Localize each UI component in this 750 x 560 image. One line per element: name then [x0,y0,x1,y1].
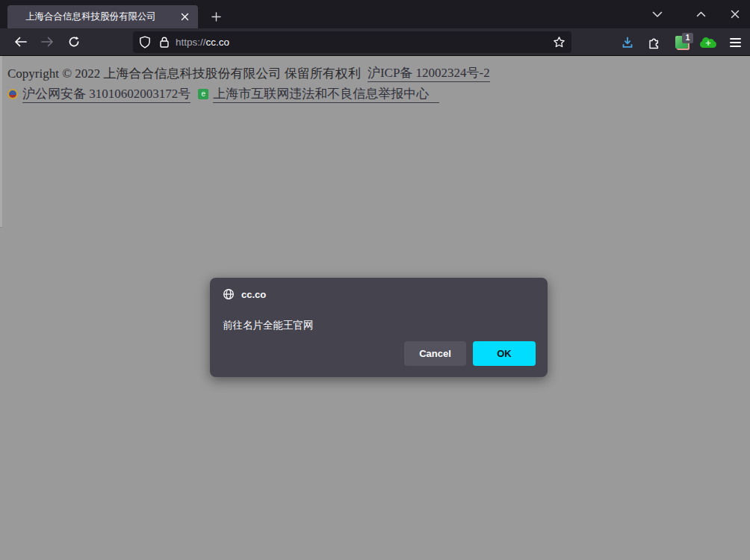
lock-icon[interactable] [159,36,170,49]
tracking-shield-icon[interactable] [139,36,151,49]
url-text: https://cc.co [176,37,229,48]
tab-close-icon[interactable] [177,10,192,25]
tab-strip: 上海合合信息科技股份有限公司 [0,0,750,28]
list-tabs-chevron-icon[interactable] [648,5,666,23]
copyright-line: Copyright © 2022 上海合合信息科技股份有限公司 保留所有权利 沪… [7,63,750,84]
bookmark-star-icon[interactable] [553,36,565,49]
nav-buttons [0,31,85,52]
beian-line: 沪公网安备 31010602003172号 e 上海市互联网违法和不良信息举报中… [7,84,750,105]
dialog-buttons: Cancel OK [404,341,536,366]
url-scheme: https:// [176,37,206,48]
url-bar[interactable]: https://cc.co [133,31,571,53]
toolbar-icon-group: 1 + [617,28,746,56]
back-icon[interactable] [9,31,31,52]
report-center-link[interactable]: 上海市互联网违法和不良信息举报中心 [213,85,439,103]
confirm-dialog: cc.co 前往名片全能王官网 Cancel OK [210,278,548,377]
cancel-button[interactable]: Cancel [404,341,466,366]
extension-badge: 1 [682,33,693,43]
extension-cloud-icon[interactable]: + [698,32,719,53]
sidebar-splitter [0,56,2,228]
window-controls [648,0,747,28]
url-host: cc.co [206,37,230,48]
menu-hamburger-icon[interactable] [725,32,746,53]
dialog-origin: cc.co [241,289,266,300]
cloud-plus-icon: + [700,37,716,48]
icp-license-link[interactable]: 沪ICP备 12002324号-2 [368,64,490,82]
new-tab-button[interactable] [206,7,226,26]
police-badge-icon [7,89,18,99]
page-footer: Copyright © 2022 上海合合信息科技股份有限公司 保留所有权利 沪… [0,56,750,105]
dialog-message: 前往名片全能王官网 [223,319,536,332]
browser-window: 上海合合信息科技股份有限公司 [0,0,750,560]
tab-title: 上海合合信息科技股份有限公司 [25,10,173,23]
ok-button[interactable]: OK [473,341,536,366]
close-window-icon[interactable] [726,5,744,23]
nav-toolbar: https://cc.co 1 [0,28,750,56]
maximize-icon[interactable] [692,5,710,23]
globe-icon [223,288,235,300]
downloads-icon[interactable] [617,32,638,53]
dialog-title-row: cc.co [223,288,536,300]
forward-icon[interactable] [36,31,58,52]
tab-active[interactable]: 上海合合信息科技股份有限公司 [7,5,198,28]
report-center-icon: e [198,89,208,99]
reload-icon[interactable] [63,31,85,52]
copyright-text: Copyright © 2022 上海合合信息科技股份有限公司 保留所有权利 [7,65,361,82]
police-beian-link[interactable]: 沪公网安备 31010602003172号 [22,85,190,103]
extension-screenshot-icon[interactable]: 1 [671,32,692,53]
extensions-puzzle-icon[interactable] [644,32,665,53]
